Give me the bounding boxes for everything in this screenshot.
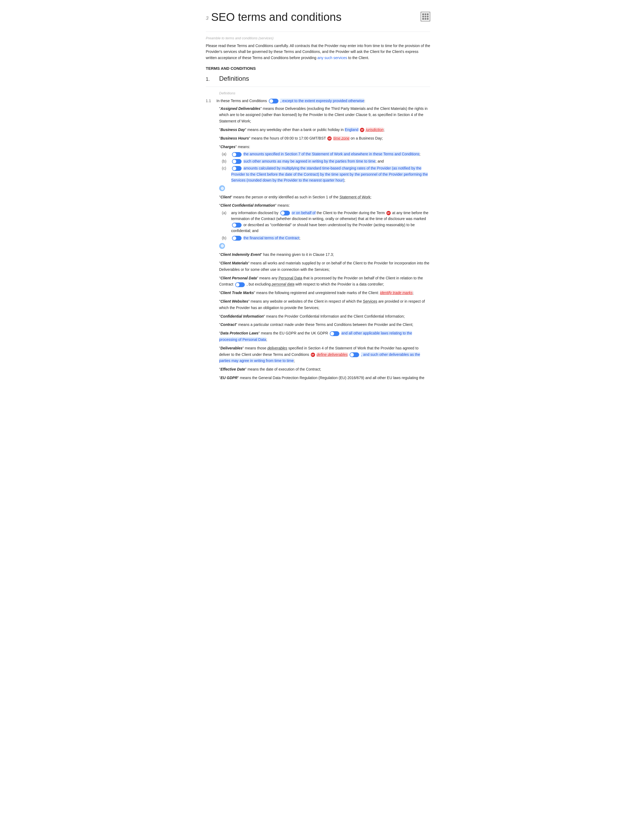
page-number: 3 — [206, 16, 208, 21]
section-divider — [206, 87, 430, 87]
term-contract: Contract — [220, 322, 236, 327]
page-title-area: 3 SEO terms and conditions — [206, 11, 342, 24]
toggle-cci-b[interactable] — [232, 236, 242, 241]
clause-content-1-1: In these Terms and Conditions , except t… — [216, 98, 430, 104]
or-badge-bh: or — [327, 136, 332, 141]
header-divider — [206, 32, 430, 32]
preamble-label: Preamble to terms and conditions (servic… — [206, 36, 430, 40]
highlight-cci-a: or on behalf of — [291, 211, 316, 215]
clause-num-1-1: 1.1 — [206, 98, 214, 104]
cci-label-a: (a) — [222, 210, 228, 234]
term-cie: Client Indemnity Event — [220, 253, 261, 257]
def-ctm: "Client Trade Marks" means the following… — [219, 290, 430, 296]
charges-label-a: (a) — [222, 151, 228, 157]
toggle-charges-b[interactable] — [232, 159, 242, 164]
highlight-charges-b: such other amounts as may be agreed in w… — [244, 159, 375, 163]
term-charges: Charges — [220, 145, 235, 149]
page-header: 3 SEO terms and conditions — [206, 11, 430, 24]
section-1-title: Definitions — [219, 75, 249, 82]
charges-a: (a) the amounts specified in Section 7 o… — [222, 151, 430, 157]
cci-a: (a) any information disclosed by or on b… — [222, 210, 430, 234]
term-dpl: Data Protection Laws — [220, 331, 258, 335]
toggle-1-1[interactable] — [269, 99, 279, 103]
cci-b: (b) the financial terms of the Contract; — [222, 235, 430, 241]
charges-content-b: such other amounts as may be agreed in w… — [231, 158, 384, 164]
definitions-label: Definitions — [219, 91, 430, 95]
cci-list: (a) any information disclosed by or on b… — [222, 210, 430, 241]
charges-c: (c) amounts calculated by multiplying th… — [222, 165, 430, 183]
grid-cell — [422, 13, 424, 15]
charges-label-b: (b) — [222, 158, 228, 164]
personal-data-link: Personal Data — [279, 276, 302, 280]
highlight-charges-a: the amounts specified in Section 7 of th… — [244, 152, 420, 156]
grid-cell — [425, 16, 427, 17]
toggle-cci-a2[interactable] — [232, 223, 242, 227]
def-cpd: "Client Personal Data" means any Persona… — [219, 275, 430, 288]
highlight-identify-trade-marks: identify trade marks — [380, 291, 412, 295]
grid-cell — [422, 16, 424, 17]
grid-icon[interactable] — [420, 12, 430, 21]
def-client: "Client" means the person or entity iden… — [219, 194, 430, 201]
def-charges: "Charges" means: (a) the amounts specifi… — [219, 144, 430, 192]
add-charges-item-button[interactable]: ⊕ — [219, 185, 225, 191]
highlight-england: England — [345, 128, 358, 132]
def-contract: "Contract" means a particular contract m… — [219, 322, 430, 328]
term-client: Client — [220, 195, 231, 199]
or-badge-deliverables: or — [311, 353, 315, 357]
services-link-cw: Services — [363, 299, 377, 303]
grid-cell — [425, 18, 427, 20]
deliverables-italic: deliverables — [267, 346, 287, 350]
charges-content-a: the amounts specified in Section 7 of th… — [231, 151, 420, 157]
charges-label-c: (c) — [222, 165, 228, 183]
toggle-charges-a[interactable] — [232, 152, 242, 157]
toggle-charges-c[interactable] — [232, 166, 242, 171]
def-cci: "Client Confidential Information" means:… — [219, 202, 430, 249]
def-effective: "Effective Date" means the date of execu… — [219, 366, 430, 373]
grid-cell — [425, 13, 427, 15]
charges-content-c: amounts calculated by multiplying the st… — [231, 165, 430, 183]
highlight-charges-c: amounts calculated by multiplying the st… — [231, 166, 428, 182]
def-cm: "Client Materials" means all works and m… — [219, 260, 430, 273]
def-confidential: "Confidential Information" means the Pro… — [219, 313, 430, 320]
clause-1-1: 1.1 In these Terms and Conditions , exce… — [206, 98, 430, 104]
or-badge-bd: or — [360, 128, 364, 132]
cci-content-a: any information disclosed by or on behal… — [231, 210, 430, 234]
term-cw: Client Websites — [220, 299, 248, 303]
term-business-hours: Business Hours — [220, 136, 249, 141]
page-title: SEO terms and conditions — [211, 11, 342, 24]
term-cci: Client Confidential Information — [220, 203, 275, 207]
grid-cell — [427, 13, 429, 15]
definitions-list: "Assigned Deliverables" means those Deli… — [219, 106, 430, 381]
def-cw: "Client Websites" means any website or w… — [219, 298, 430, 311]
grid-cell — [427, 18, 429, 20]
term-cm: Client Materials — [220, 261, 248, 265]
def-eugdpr: "EU GDPR" means the General Data Protect… — [219, 375, 430, 381]
def-cie: "Client Indemnity Event" has the meaning… — [219, 251, 430, 258]
toggle-dpl[interactable] — [330, 331, 339, 336]
grid-cell — [422, 18, 424, 20]
toggle-deliverables[interactable] — [349, 352, 359, 357]
charges-list: (a) the amounts specified in Section 7 o… — [222, 151, 430, 183]
cci-label-b: (b) — [222, 235, 228, 241]
highlight-define-deliverables: define deliverables — [316, 352, 348, 357]
toggle-cci-a1[interactable] — [280, 211, 290, 215]
def-dpl: "Data Protection Laws" means the EU GDPR… — [219, 330, 430, 343]
def-business-day: "Business Day" means any weekday other t… — [219, 127, 430, 133]
toggle-cpd[interactable] — [235, 282, 245, 287]
def-business-hours: "Business Hours" means the hours of 09:0… — [219, 135, 430, 142]
section-1-header: 1. Definitions — [206, 75, 430, 82]
term-business-day: Business Day — [220, 128, 245, 132]
term-assigned-deliverables: Assigned Deliverables — [220, 106, 260, 111]
highlight-any-such: any such services — [318, 55, 347, 60]
section-1-number: 1. — [206, 76, 214, 82]
term-cpd: Client Personal Data — [220, 276, 257, 280]
cci-content-b: the financial terms of the Contract; — [231, 235, 301, 241]
term-confidential: Confidential Information — [220, 314, 264, 318]
preamble-text: Please read these Terms and Conditions c… — [206, 43, 430, 61]
personal-data-italic: personal data — [272, 282, 294, 286]
term-eugdpr: EU GDPR — [220, 376, 238, 380]
add-cci-item-button[interactable]: ⊕ — [219, 243, 225, 249]
highlight-jurisdiction: jurisdiction — [366, 128, 384, 132]
term-effective: Effective Date — [220, 367, 245, 371]
charges-b: (b) such other amounts as may be agreed … — [222, 158, 430, 164]
